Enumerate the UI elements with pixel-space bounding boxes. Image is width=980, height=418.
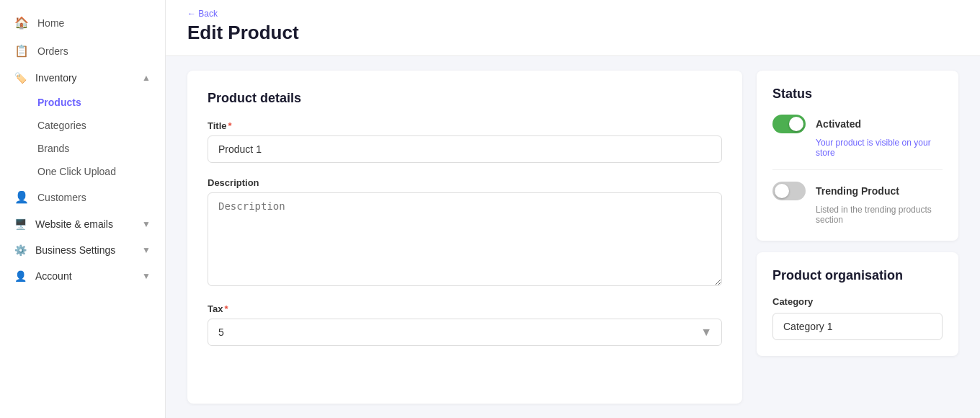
- customers-icon: 👤: [14, 190, 29, 204]
- trending-sublabel: Listed in the trending products section: [772, 205, 943, 225]
- sidebar-label-one-click-upload: One Click Upload: [37, 166, 116, 177]
- orders-icon: 📋: [14, 44, 29, 58]
- status-divider: [772, 169, 943, 170]
- page-header: ← Back Edit Product: [166, 0, 980, 56]
- tax-select[interactable]: 5 10 15 20: [208, 319, 722, 346]
- activated-toggle-knob: [789, 117, 803, 131]
- home-icon: 🏠: [14, 16, 29, 30]
- sidebar-label-account: Account: [35, 270, 72, 282]
- sidebar-item-home[interactable]: 🏠 Home: [0, 9, 165, 37]
- trending-label: Trending Product: [816, 185, 899, 197]
- website-icon: 🖥️: [14, 218, 27, 230]
- status-card: Status Activated Your product is visible…: [757, 71, 958, 241]
- tax-select-wrap: 5 10 15 20 ▼: [208, 319, 722, 346]
- sidebar-item-account[interactable]: 👤 Account ▼: [0, 263, 165, 289]
- product-details-card: Product details Title* Description Tax*: [187, 71, 742, 404]
- form-section-title: Product details: [208, 91, 722, 106]
- sidebar-item-customers[interactable]: 👤 Customers: [0, 183, 165, 211]
- sidebar-label-website-emails: Website & emails: [35, 218, 113, 230]
- content-area: Product details Title* Description Tax*: [166, 56, 980, 418]
- tax-label: Tax*: [208, 303, 722, 314]
- organisation-card: Product organisation Category Category 1: [757, 252, 958, 356]
- activated-toggle-row: Activated: [772, 115, 943, 133]
- activated-sublabel: Your product is visible on your store: [772, 138, 943, 158]
- chevron-down-icon-account: ▼: [142, 271, 151, 281]
- chevron-up-icon: ▲: [142, 73, 151, 83]
- sidebar-item-inventory[interactable]: 🏷️ Inventory ▲: [0, 65, 165, 91]
- sidebar-label-brands: Brands: [37, 143, 69, 154]
- trending-toggle[interactable]: [772, 182, 806, 200]
- tax-required: *: [224, 303, 228, 314]
- sidebar-item-orders[interactable]: 📋 Orders: [0, 37, 165, 65]
- activated-label: Activated: [816, 118, 861, 130]
- sidebar-label-inventory: Inventory: [35, 72, 77, 84]
- description-textarea[interactable]: [208, 192, 722, 286]
- sidebar-label-customers: Customers: [37, 192, 86, 203]
- sidebar-item-brands[interactable]: Brands: [0, 137, 165, 160]
- chevron-down-icon-website: ▼: [142, 219, 151, 229]
- status-title: Status: [772, 86, 943, 102]
- organisation-title: Product organisation: [772, 268, 943, 283]
- sidebar-label-orders: Orders: [37, 45, 68, 57]
- category-label: Category: [772, 296, 943, 307]
- sidebar-item-products[interactable]: Products: [0, 91, 165, 114]
- description-label: Description: [208, 177, 722, 188]
- inventory-icon: 🏷️: [14, 72, 27, 84]
- category-value[interactable]: Category 1: [772, 313, 943, 340]
- chevron-down-icon-settings: ▼: [142, 245, 151, 255]
- sidebar-item-one-click-upload[interactable]: One Click Upload: [0, 160, 165, 183]
- trending-toggle-row: Trending Product: [772, 182, 943, 200]
- account-icon: 👤: [14, 270, 27, 282]
- sidebar-label-products: Products: [37, 97, 81, 108]
- title-field: Title*: [208, 120, 722, 163]
- description-field: Description: [208, 177, 722, 289]
- sidebar-item-categories[interactable]: Categories: [0, 114, 165, 137]
- activated-toggle[interactable]: [772, 115, 806, 133]
- title-required: *: [228, 120, 232, 131]
- sidebar-item-website-emails[interactable]: 🖥️ Website & emails ▼: [0, 211, 165, 237]
- title-input[interactable]: [208, 135, 722, 163]
- tax-field: Tax* 5 10 15 20 ▼: [208, 303, 722, 346]
- page-title: Edit Product: [187, 22, 958, 44]
- title-label: Title*: [208, 120, 722, 131]
- sidebar-label-categories: Categories: [37, 120, 86, 131]
- side-panel: Status Activated Your product is visible…: [757, 71, 958, 404]
- sidebar: 🏠 Home 📋 Orders 🏷️ Inventory ▲ Products …: [0, 0, 166, 418]
- sidebar-label-home: Home: [37, 17, 64, 29]
- main-content: ← Back Edit Product Product details Titl…: [166, 0, 980, 418]
- sidebar-label-business-settings: Business Settings: [35, 244, 115, 256]
- trending-toggle-knob: [775, 184, 789, 198]
- breadcrumb[interactable]: ← Back: [187, 9, 958, 19]
- settings-icon: ⚙️: [14, 244, 27, 256]
- sidebar-item-business-settings[interactable]: ⚙️ Business Settings ▼: [0, 237, 165, 263]
